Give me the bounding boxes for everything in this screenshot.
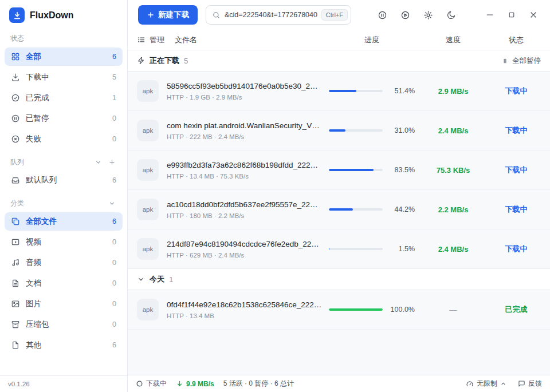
manage-button[interactable]: 管理: [137, 35, 164, 45]
file-meta: HTTP · 629 MB · 2.4 MB/s: [167, 252, 322, 259]
close-button[interactable]: [525, 6, 542, 23]
sidebar-item-label: 压缩包: [26, 319, 49, 330]
speed-limit-button[interactable]: 无限制: [466, 379, 506, 389]
table-header: 管理 文件名 进度 速度 状态: [128, 30, 550, 50]
add-queue-button[interactable]: [107, 157, 117, 167]
file-meta: HTTP · 222 MB · 2.4 MB/s: [167, 133, 322, 140]
download-row[interactable]: apk com hexin plat.android.WanlianSecuri…: [128, 111, 550, 151]
sidebar-item-other[interactable]: 其他 6: [5, 336, 123, 354]
chevron-down-icon: [108, 200, 116, 207]
pause-all-button[interactable]: [374, 6, 391, 23]
section-label-status: 状态: [0, 26, 127, 46]
x-circle-icon: [11, 134, 20, 144]
file-meta: HTTP · 13.4 MB · 75.3 KB/s: [167, 173, 322, 180]
minimize-button[interactable]: [481, 6, 498, 23]
sidebar-item-documents[interactable]: 文档 0: [5, 274, 123, 292]
plus-icon: [147, 11, 155, 19]
settings-button[interactable]: [419, 6, 437, 23]
sidebar-item-images[interactable]: 图片 0: [5, 295, 123, 313]
pause-circle-icon: [378, 10, 387, 20]
sidebar-item-completed[interactable]: 已完成 1: [5, 89, 123, 107]
search-shortcut-badge: Ctrl+F: [321, 9, 348, 21]
search-input[interactable]: [225, 11, 317, 19]
queue-collapse-button[interactable]: [93, 157, 103, 167]
sidebar-item-label: 图片: [26, 299, 41, 309]
download-icon: [11, 73, 20, 82]
close-icon: [529, 10, 538, 19]
download-speed: 2.2 MB/s: [422, 205, 485, 214]
chevron-up-icon: [500, 381, 506, 387]
download-row[interactable]: apk 0fd4f1f44e92e18c62b1538c625846ce_222…: [128, 290, 550, 330]
sidebar-item-label: 全部文件: [26, 216, 57, 227]
sidebar-item-label: 默认队列: [26, 175, 57, 185]
sidebar-item-archives[interactable]: 压缩包 0: [5, 315, 123, 334]
category-collapse-button[interactable]: [107, 198, 117, 208]
sidebar-item-all-files[interactable]: 全部文件 6: [5, 212, 123, 231]
zap-icon: [137, 57, 145, 65]
topbar: 新建下载 Ctrl+F: [128, 0, 550, 30]
plus-icon: [108, 159, 116, 166]
main-area: 新建下载 Ctrl+F 管理: [128, 0, 550, 392]
app-title: FluxDown: [30, 10, 73, 21]
progress-percent: 51.4%: [388, 87, 415, 95]
item-count: 0: [112, 279, 116, 287]
progress-percent: 83.5%: [388, 166, 415, 174]
search-icon: [212, 11, 221, 19]
download-row[interactable]: apk e993ffb2d3fa73a62c862f68b198dfdd_222…: [128, 151, 550, 190]
download-speed: —: [422, 306, 485, 314]
file-type-badge: apk: [137, 80, 159, 102]
progress-percent: 31.0%: [388, 126, 415, 134]
app-version: v0.1.26: [0, 375, 127, 392]
progress-bar: [329, 308, 383, 311]
item-count: 6: [112, 341, 116, 349]
music-icon: [11, 258, 20, 267]
minimize-icon: [485, 10, 494, 19]
column-status[interactable]: 状态: [492, 35, 541, 45]
activity-ring-icon: [136, 380, 143, 387]
file-meta: HTTP · 1.9 GB · 2.9 MB/s: [167, 94, 322, 101]
group-header-downloading[interactable]: 正在下载 5 全部暂停: [128, 50, 550, 72]
sidebar: FluxDown 状态 全部 6 下载中 5 已完成 1 已暂停 0 失败: [0, 0, 128, 392]
list-manage-icon: [137, 35, 146, 44]
sidebar-item-downloading[interactable]: 下载中 5: [5, 68, 123, 86]
fluxdown-logo-icon: [9, 7, 25, 23]
progress-bar: [329, 129, 383, 132]
theme-toggle-button[interactable]: [442, 6, 459, 23]
video-icon: [11, 237, 20, 247]
status-badge: 已完成: [492, 304, 541, 315]
file-name: ac10cd18dd0bf2dfd5b637ee2f95557e_22254..…: [167, 200, 322, 209]
column-progress[interactable]: 进度: [329, 35, 415, 45]
file-type-badge: apk: [137, 120, 159, 141]
sidebar-item-audio[interactable]: 音频 0: [5, 254, 123, 272]
sidebar-item-label: 视频: [26, 237, 41, 247]
file-type-badge: apk: [137, 159, 159, 181]
feedback-button[interactable]: 反馈: [518, 379, 542, 389]
column-filename[interactable]: 文件名: [175, 35, 197, 45]
sidebar-item-failed[interactable]: 失败 0: [5, 130, 123, 148]
column-speed[interactable]: 速度: [422, 35, 485, 45]
sidebar-item-paused[interactable]: 已暂停 0: [5, 109, 123, 128]
check-circle-icon: [11, 93, 20, 102]
item-count: 0: [112, 135, 116, 143]
sidebar-item-label: 已暂停: [26, 113, 49, 124]
group-header-today[interactable]: 今天 1: [128, 269, 550, 290]
topbar-icon-group: [374, 6, 459, 23]
item-count: 0: [112, 320, 116, 328]
state-indicator: 下载中: [136, 379, 167, 389]
sidebar-item-all[interactable]: 全部 6: [5, 47, 123, 66]
counts-summary: 5 活跃 · 0 暂停 · 6 总计: [223, 379, 294, 389]
status-badge: 下载中: [492, 86, 541, 96]
resume-all-button[interactable]: [396, 6, 414, 23]
download-row[interactable]: apk ac10cd18dd0bf2dfd5b637ee2f95557e_222…: [128, 190, 550, 229]
download-row[interactable]: apk 214df87e94c8190494cdcdce76fe2edb_222…: [128, 229, 550, 269]
file-type-badge: apk: [137, 199, 159, 220]
sidebar-item-default-queue[interactable]: 默认队列 6: [5, 171, 123, 189]
download-row[interactable]: apk 58596cc5f93eb5bd9140176e0a0b5e30_222…: [128, 72, 550, 111]
file-meta: HTTP · 13.4 MB: [167, 312, 322, 319]
new-download-button[interactable]: 新建下载: [138, 5, 198, 25]
maximize-button[interactable]: [503, 6, 520, 23]
file-name: com hexin plat.android.WanlianSecurity_V…: [167, 121, 322, 130]
pause-all-group-button[interactable]: 全部暂停: [501, 56, 541, 66]
progress-bar: [329, 90, 383, 92]
sidebar-item-video[interactable]: 视频 0: [5, 233, 123, 251]
